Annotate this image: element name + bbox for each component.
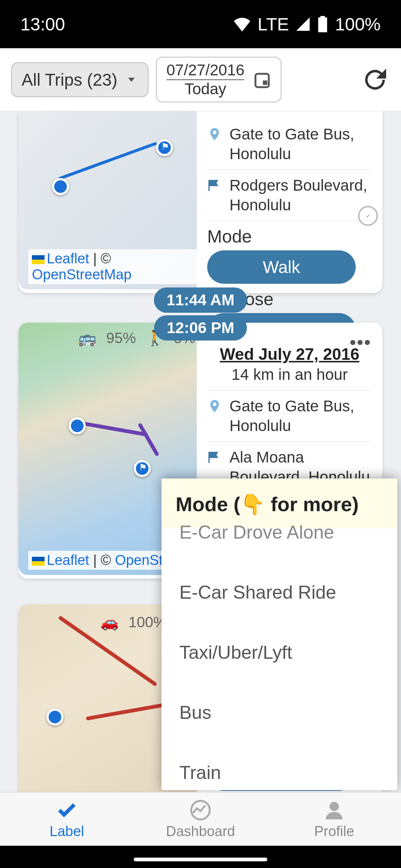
nav-dashboard-tab[interactable]: Dashboard xyxy=(134,792,267,846)
battery-icon xyxy=(317,16,328,32)
time-badge: 12:06 PM xyxy=(154,315,247,341)
nav-profile-text: Profile xyxy=(314,823,354,839)
bus-icon: 🚌 xyxy=(78,329,97,347)
time-badge: 11:44 AM xyxy=(154,287,247,313)
dest-text: Rodgers Boulevard, Honolulu xyxy=(229,176,372,215)
verify-check-icon[interactable]: ✓ xyxy=(358,206,378,226)
origin-text: Gate to Gate Bus, Honolulu xyxy=(229,125,372,164)
trip-card: Leaflet | © OpenStreetMap Gate to Gate B… xyxy=(19,111,382,293)
date-sub: Today xyxy=(185,80,226,98)
trips-filter-label: All Trips (23) xyxy=(22,70,117,90)
svg-point-2 xyxy=(213,131,216,134)
origin-pin-icon xyxy=(207,127,222,142)
trip-map[interactable]: Leaflet | © OpenStreetMap xyxy=(19,111,197,289)
dest-row: Rodgers Boulevard, Honolulu xyxy=(207,170,372,221)
sheet-list[interactable]: E-Car Drove Alone E-Car Shared Ride Taxi… xyxy=(162,522,397,803)
mode-option[interactable]: Taxi/Uber/Lyft xyxy=(162,622,397,683)
mode-picker-sheet: Mode (👇 for more) E-Car Drove Alone E-Ca… xyxy=(162,479,397,790)
bottom-nav: Label Dashboard Profile xyxy=(0,792,401,846)
calendar-icon xyxy=(253,71,271,89)
origin-row: Gate to Gate Bus, Honolulu xyxy=(207,119,372,170)
nav-label-tab[interactable]: Label xyxy=(0,792,134,846)
start-marker-icon xyxy=(46,708,63,726)
trip-info: Gate to Gate Bus, Honolulu Rodgers Boule… xyxy=(197,111,382,293)
nav-label-text: Label xyxy=(50,823,84,839)
app-root: All Trips (23) 07/27/2016 Today Leaflet … xyxy=(0,48,401,846)
origin-row: Gate to Gate Bus, Honolulu xyxy=(207,390,372,442)
ua-flag-icon xyxy=(32,255,45,264)
battery-pct: 100% xyxy=(335,14,381,34)
nav-profile-tab[interactable]: Profile xyxy=(267,792,401,846)
bus-conf: 95% xyxy=(106,330,136,346)
origin-text: Gate to Gate Bus, Honolulu xyxy=(229,397,372,435)
trips-filter-button[interactable]: All Trips (23) xyxy=(11,62,149,97)
status-right: LTE 100% xyxy=(233,14,381,34)
trip-distance: 14 km in an hour xyxy=(207,364,372,390)
ua-flag-icon xyxy=(32,557,45,566)
origin-pin-icon xyxy=(207,399,222,414)
osm-link[interactable]: OpenStreetMap xyxy=(32,267,131,282)
dashboard-icon xyxy=(189,799,212,821)
confidence-row: 🚗100% xyxy=(100,614,166,631)
start-marker-icon xyxy=(69,417,86,434)
network-label: LTE xyxy=(258,14,289,34)
end-marker-icon xyxy=(134,460,151,477)
leaflet-link[interactable]: Leaflet xyxy=(47,251,89,266)
dest-flag-icon xyxy=(207,450,222,465)
car-icon: 🚗 xyxy=(100,614,119,631)
profile-icon xyxy=(323,799,345,821)
map-attribution: Leaflet | © OpenStreetMap xyxy=(28,249,197,284)
leaflet-link[interactable]: Leaflet xyxy=(47,552,89,568)
signal-icon xyxy=(296,17,310,32)
car-conf: 100% xyxy=(128,614,166,631)
svg-point-5 xyxy=(330,802,339,811)
wifi-icon xyxy=(233,17,251,32)
refresh-button[interactable] xyxy=(360,65,390,95)
dest-flag-icon xyxy=(207,178,222,193)
date-value: 07/27/2016 xyxy=(166,61,244,80)
start-marker-icon xyxy=(52,178,69,195)
mode-option[interactable]: E-Car Drove Alone xyxy=(162,522,397,562)
mode-label: Mode xyxy=(207,221,372,247)
mode-chip[interactable]: Walk xyxy=(207,250,356,284)
end-marker-icon xyxy=(156,139,173,156)
status-time: 13:00 xyxy=(20,14,65,34)
sheet-title: Mode (👇 for more) xyxy=(162,479,397,528)
more-menu-button[interactable]: ••• xyxy=(349,332,371,353)
check-icon xyxy=(56,799,78,821)
date-col: 07/27/2016 Today xyxy=(166,61,244,98)
top-bar: All Trips (23) 07/27/2016 Today xyxy=(0,48,401,111)
status-bar: 13:00 LTE 100% xyxy=(0,0,401,48)
mode-option[interactable]: E-Car Shared Ride xyxy=(162,562,397,622)
svg-point-3 xyxy=(213,402,216,406)
date-picker-button[interactable]: 07/27/2016 Today xyxy=(156,57,281,102)
chevron-down-icon xyxy=(125,73,138,86)
mode-option[interactable]: Bus xyxy=(162,683,397,743)
svg-rect-1 xyxy=(263,80,267,85)
home-indicator xyxy=(134,858,267,861)
nav-dashboard-text: Dashboard xyxy=(166,823,235,839)
